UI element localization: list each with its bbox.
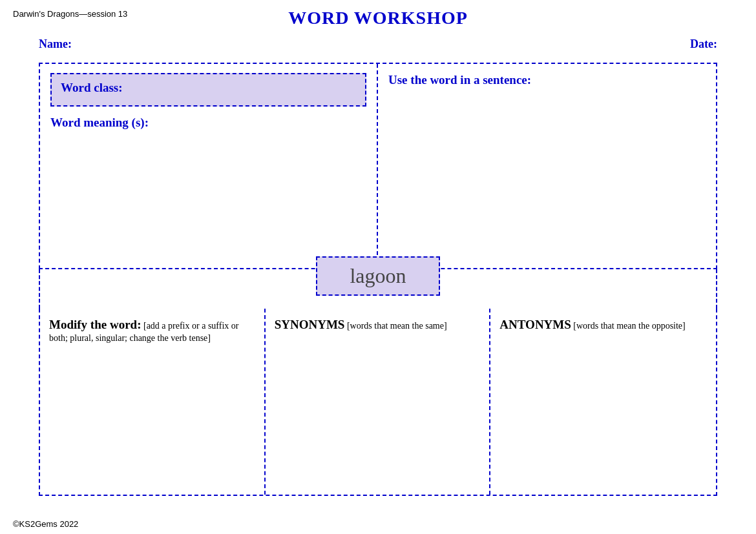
- synonyms-note: [words that mean the same]: [344, 321, 446, 331]
- copyright-label: ©KS2Gems 2022: [13, 519, 78, 529]
- antonyms-note: [words that mean the opposite]: [571, 321, 686, 331]
- modify-cell: Modify the word: [add a prefix or a suff…: [40, 309, 266, 495]
- antonyms-keyword: ANTONYMS: [499, 318, 571, 331]
- word-class-box[interactable]: Word class:: [50, 73, 366, 107]
- name-label: Name:: [39, 37, 72, 51]
- center-word-row: lagoon: [39, 269, 717, 309]
- synonyms-keyword: SYNONYMS: [275, 318, 345, 331]
- top-left-panel: Word class: Word meaning (s):: [40, 64, 378, 268]
- word-class-label: Word class:: [61, 81, 123, 94]
- session-label: Darwin's Dragons—session 13: [13, 9, 127, 19]
- modify-keyword: Modify the word:: [49, 318, 141, 331]
- top-right-panel: Use the word in a sentence:: [378, 64, 716, 268]
- synonyms-cell: SYNONYMS [words that mean the same]: [266, 309, 491, 495]
- date-label: Date:: [690, 37, 717, 51]
- name-date-row: Name: Date:: [0, 31, 756, 57]
- word-meaning-label: Word meaning (s):: [50, 116, 366, 130]
- center-word-box: lagoon: [316, 256, 439, 296]
- bottom-section: Modify the word: [add a prefix or a suff…: [39, 309, 717, 496]
- use-word-label: Use the word in a sentence:: [388, 73, 706, 87]
- antonyms-cell: ANTONYMS [words that mean the opposite]: [490, 309, 716, 495]
- top-section: Word class: Word meaning (s): Use the wo…: [39, 63, 717, 269]
